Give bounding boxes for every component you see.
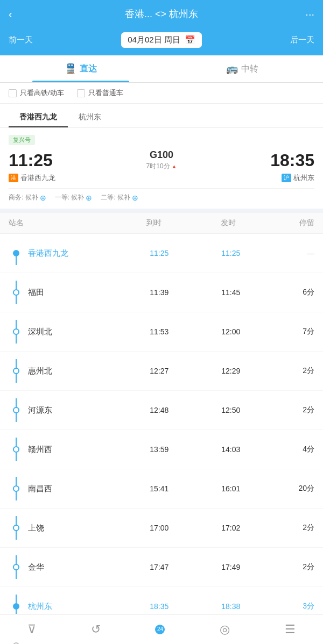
stop-dot	[13, 564, 19, 570]
calendar-icon: 📅	[185, 35, 195, 45]
stop-indicator	[9, 398, 24, 422]
stop-name: 上饶	[28, 523, 123, 533]
nav-refresh[interactable]: ↺	[85, 620, 107, 639]
seat-second[interactable]: 二等: 候补 ⊕	[101, 193, 138, 202]
seat-info: 商务: 候补 ⊕ 一等: 候补 ⊕ 二等: 候补 ⊕	[9, 188, 314, 202]
stop-arrive: 12:48	[123, 406, 195, 414]
stop-indicator	[9, 555, 24, 579]
stop-stay: 20分	[266, 484, 314, 493]
col-header-stay: 停留	[265, 218, 314, 228]
from-station-badge: 港	[9, 174, 18, 182]
location-icon: ◎	[220, 622, 230, 636]
stop-depart: 12:00	[195, 327, 266, 336]
stop-arrive: 11:53	[123, 327, 195, 336]
nav-count-badge: 24	[155, 625, 165, 634]
menu-icon: ☰	[285, 622, 296, 636]
back-button[interactable]: ‹	[9, 8, 25, 20]
seat-first-label: 一等: 候补	[55, 193, 85, 202]
stop-indicator	[9, 359, 24, 383]
stop-name: 香港西九龙	[28, 248, 123, 259]
checkbox-high-speed[interactable]	[9, 89, 17, 97]
nav-badge[interactable]: 24	[149, 622, 171, 636]
stop-indicator	[9, 281, 24, 304]
next-day-button[interactable]: 后一天	[290, 35, 314, 45]
from-station: 港 香港西九龙	[9, 173, 55, 183]
train-main-info: 11:25 G100 7时10分 ▲ 18:35	[9, 149, 314, 171]
station-tab-to[interactable]: 杭州东	[68, 108, 112, 127]
bottom-nav: ⊽ ↺ 24 ◎ ☰	[0, 614, 323, 644]
arrow-up-icon: ▲	[172, 163, 177, 169]
seat-first[interactable]: 一等: 候补 ⊕	[55, 193, 93, 202]
stop-depart: 12:50	[195, 406, 266, 414]
stop-arrive: 17:47	[123, 563, 195, 571]
stop-indicator	[9, 320, 24, 344]
nav-filter[interactable]: ⊽	[21, 620, 43, 639]
seat-first-add-icon[interactable]: ⊕	[86, 194, 92, 202]
stop-arrive: 13:59	[123, 445, 195, 454]
date-label: 04月02日 周日	[128, 35, 180, 45]
refresh-icon: ↺	[91, 622, 101, 636]
filters: 只看高铁/动车 只看普通车	[0, 83, 323, 104]
stop-row: 南昌西15:4116:0120分	[0, 469, 323, 509]
nav-location[interactable]: ◎	[213, 620, 236, 639]
train-card: 复兴号 11:25 G100 7时10分 ▲ 18:35 港 香港西九龙 沪 杭…	[0, 128, 323, 213]
transfer-icon: 🚌	[226, 63, 238, 75]
stop-row: 惠州北12:2712:292分	[0, 352, 323, 391]
stop-depart: 18:38	[195, 602, 266, 611]
stop-depart: 17:02	[195, 524, 266, 532]
seat-business-add-icon[interactable]: ⊕	[40, 194, 46, 202]
train-icon: 🚆	[65, 63, 76, 75]
stop-dot	[13, 407, 19, 413]
filter-normal[interactable]: 只看普通车	[77, 88, 123, 98]
filter-icon: ⊽	[27, 622, 36, 636]
col-header-arrive: 到时	[117, 218, 191, 228]
filter-high-speed[interactable]: 只看高铁/动车	[9, 88, 64, 98]
date-picker[interactable]: 04月02日 周日 📅	[121, 32, 202, 48]
stop-stay: 2分	[266, 405, 314, 415]
stop-stay: 6分	[266, 288, 314, 297]
stop-indicator	[9, 438, 24, 461]
stop-arrive: 12:27	[123, 367, 195, 375]
nav-menu[interactable]: ☰	[278, 620, 302, 639]
arrive-time: 18:35	[270, 151, 314, 170]
main-tabs: 🚆 直达 🚌 中转	[0, 55, 323, 83]
seat-second-add-icon[interactable]: ⊕	[132, 194, 138, 202]
stop-row: 赣州西13:5914:034分	[0, 430, 323, 469]
from-station-name: 香港西九龙	[20, 173, 55, 183]
stop-arrive: 11:39	[123, 288, 195, 297]
stop-name: 赣州西	[28, 445, 123, 455]
to-station-name: 杭州东	[293, 173, 314, 183]
filter-high-speed-label: 只看高铁/动车	[20, 88, 64, 98]
stop-stay: 4分	[266, 445, 314, 454]
more-button[interactable]: ···	[298, 8, 314, 20]
station-tab-from[interactable]: 香港西九龙	[9, 108, 68, 127]
tab-direct[interactable]: 🚆 直达	[0, 55, 162, 82]
stop-stay: 2分	[266, 523, 314, 533]
checkbox-normal[interactable]	[77, 89, 85, 97]
stop-depart: 14:03	[195, 445, 266, 454]
header: ‹ 香港... <> 杭州东 ···	[0, 0, 323, 28]
col-header-name: 站名	[9, 218, 117, 228]
prev-day-button[interactable]: 前一天	[9, 35, 33, 45]
tab-transfer-label: 中转	[241, 63, 258, 75]
to-station: 沪 杭州东	[282, 173, 314, 183]
filter-normal-label: 只看普通车	[88, 88, 123, 98]
stop-name: 金华	[28, 562, 123, 573]
stop-depart: 12:29	[195, 367, 266, 375]
stop-dot	[13, 446, 19, 453]
col-header-depart: 发时	[191, 218, 265, 228]
stop-depart: 17:49	[195, 563, 266, 571]
stop-row: 福田11:3911:456分	[0, 273, 323, 312]
stop-stay: —	[266, 249, 314, 257]
tab-transfer[interactable]: 🚌 中转	[162, 55, 323, 82]
stop-row: 香港西九龙11:2511:25—	[0, 234, 323, 273]
train-badge: 复兴号	[9, 135, 35, 145]
stop-depart: 11:25	[195, 249, 266, 257]
stop-row: 河源东12:4812:502分	[0, 391, 323, 430]
seat-second-label: 二等: 候补	[101, 193, 130, 202]
stop-row: 金华17:4717:492分	[0, 548, 323, 587]
stop-depart: 11:45	[195, 288, 266, 297]
seat-business[interactable]: 商务: 候补 ⊕	[9, 193, 46, 202]
stop-name: 河源东	[28, 405, 123, 416]
train-stations: 港 香港西九龙 沪 杭州东	[9, 173, 314, 183]
